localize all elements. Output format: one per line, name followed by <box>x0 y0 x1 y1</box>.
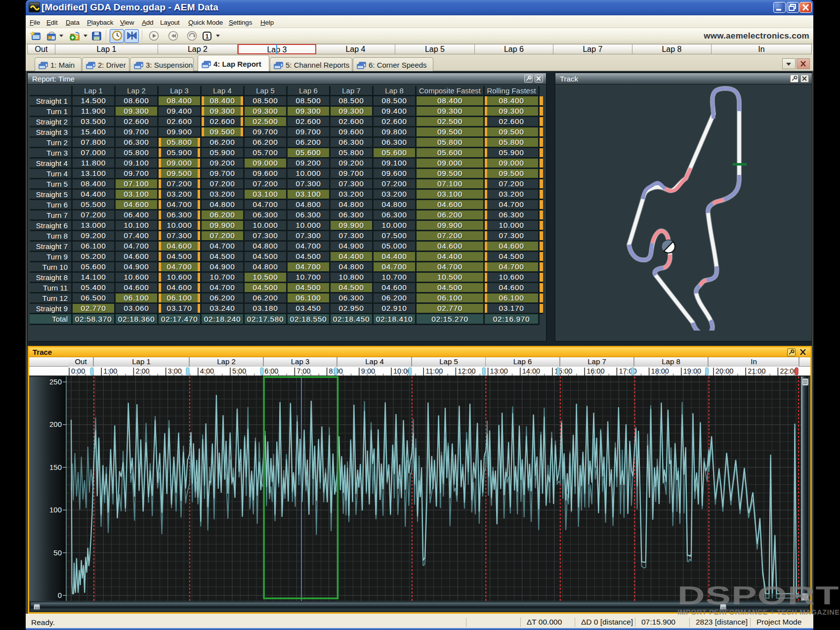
svg-text:18:00: 18:00 <box>651 367 669 375</box>
svg-text:2:00: 2:00 <box>135 367 149 375</box>
svg-text:13:00: 13:00 <box>490 367 508 375</box>
svg-text:21:00: 21:00 <box>748 367 765 375</box>
svg-text:6:00: 6:00 <box>264 367 278 375</box>
svg-text:150: 150 <box>49 463 62 471</box>
svg-text:16:00: 16:00 <box>587 367 604 375</box>
svg-text:1: 1 <box>206 33 209 40</box>
svg-text:1:00: 1:00 <box>103 367 117 375</box>
svg-text:50: 50 <box>53 548 62 557</box>
svg-text:0:00: 0:00 <box>71 367 85 375</box>
svg-text:11:00: 11:00 <box>425 367 443 375</box>
svg-text:9:00: 9:00 <box>361 367 375 375</box>
svg-text:20:00: 20:00 <box>715 367 733 375</box>
svg-text:14:00: 14:00 <box>522 367 540 375</box>
svg-text:5:00: 5:00 <box>232 367 246 375</box>
svg-text:4:00: 4:00 <box>200 367 214 375</box>
svg-text:3:00: 3:00 <box>168 367 182 375</box>
svg-text:250: 250 <box>49 378 62 386</box>
svg-text:12:00: 12:00 <box>458 367 475 375</box>
svg-text:7:00: 7:00 <box>296 367 310 375</box>
svg-text:19:00: 19:00 <box>683 367 701 375</box>
svg-text:200: 200 <box>49 420 62 428</box>
svg-text:0: 0 <box>58 591 62 599</box>
svg-text:100: 100 <box>49 505 62 514</box>
